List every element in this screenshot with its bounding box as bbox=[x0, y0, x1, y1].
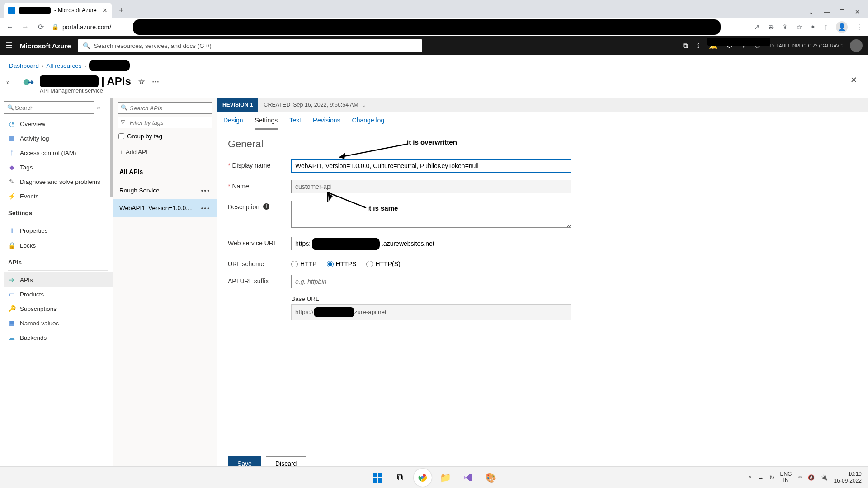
radio-http-s[interactable]: HTTP(S) bbox=[366, 260, 400, 267]
nav-tags[interactable]: ◆Tags bbox=[4, 160, 113, 174]
nav-apis[interactable]: ➔APIs bbox=[4, 272, 113, 287]
windows-taskbar: ⧉ 📁 🎨 ^ ☁ ↻ ENG IN ⌔ 🔇 🔌 10:19 16-09-202… bbox=[0, 466, 868, 488]
azure-search-box[interactable]: 🔍 Search resources, services, and docs (… bbox=[78, 39, 422, 52]
label-api-url-suffix: API URL suffix bbox=[228, 277, 269, 285]
breadcrumb-all-resources[interactable]: All resources bbox=[47, 62, 82, 69]
filter-tags-input[interactable] bbox=[118, 117, 212, 128]
azure-brand[interactable]: Microsoft Azure bbox=[20, 42, 71, 50]
forward-icon[interactable]: → bbox=[21, 23, 30, 31]
send-icon[interactable]: ⇪ bbox=[782, 23, 788, 31]
address-bar[interactable]: 🔒 portal.azure.com/ bbox=[52, 20, 748, 34]
nav-events[interactable]: ⚡Events bbox=[4, 189, 113, 203]
new-tab-button[interactable]: + bbox=[115, 4, 127, 17]
nav-locks[interactable]: 🔒Locks bbox=[4, 238, 113, 253]
directories-icon[interactable]: ⟟ bbox=[697, 42, 700, 50]
bookmark-star-icon[interactable]: ☆ bbox=[796, 23, 802, 31]
display-name-input[interactable] bbox=[291, 159, 571, 173]
azure-favicon bbox=[8, 7, 15, 14]
expand-icon[interactable]: » bbox=[6, 79, 10, 86]
base-url-display: https://zure-api.net bbox=[291, 304, 571, 320]
name-input[interactable] bbox=[291, 180, 571, 193]
window-restore-icon[interactable]: ❐ bbox=[840, 9, 845, 15]
breadcrumb-dashboard[interactable]: Dashboard bbox=[9, 62, 39, 69]
radio-https[interactable]: HTTPS bbox=[327, 260, 357, 267]
collapse-menu-icon[interactable]: « bbox=[97, 104, 100, 111]
browser-tab[interactable]: - Microsoft Azure ✕ bbox=[4, 3, 112, 18]
page-title: | APIs ☆ ⋯ bbox=[40, 75, 159, 88]
revision-badge[interactable]: REVISION 1 bbox=[217, 98, 258, 112]
file-explorer-icon[interactable]: 📁 bbox=[436, 469, 454, 487]
description-textarea[interactable] bbox=[291, 201, 571, 228]
directory-label: DEFAULT DIRECTORY (GAURAVC... bbox=[770, 43, 846, 48]
context-menu-icon[interactable]: ••• bbox=[201, 205, 210, 211]
window-minimize-icon[interactable]: — bbox=[824, 9, 830, 15]
all-apis-heading[interactable]: All APIs bbox=[113, 162, 217, 182]
window-close-icon[interactable]: ✕ bbox=[855, 9, 860, 15]
wifi-icon[interactable]: ⌔ bbox=[798, 474, 802, 481]
clock[interactable]: 10:19 16-09-2022 bbox=[834, 471, 862, 484]
nav-backends[interactable]: ☁Backends bbox=[4, 330, 113, 345]
add-api-button[interactable]: +Add API bbox=[113, 142, 217, 162]
api-url-suffix-input[interactable] bbox=[291, 275, 571, 288]
api-item-label: WebAPI1, Version=1.0.0.... bbox=[119, 205, 193, 211]
nav-properties[interactable]: ⦀Properties bbox=[4, 223, 113, 238]
chevron-down-icon[interactable]: ⌄ bbox=[361, 102, 366, 108]
paint-icon[interactable]: 🎨 bbox=[481, 469, 500, 487]
cloud-shell-icon[interactable]: ⧉ bbox=[683, 42, 688, 50]
share-icon[interactable]: ↗ bbox=[754, 23, 760, 31]
back-icon[interactable]: ← bbox=[5, 23, 14, 31]
chrome-icon[interactable] bbox=[414, 469, 432, 487]
visual-studio-icon[interactable] bbox=[459, 469, 477, 487]
search-icon: 🔍 bbox=[121, 104, 127, 111]
kebab-menu-icon[interactable]: ⋮ bbox=[856, 23, 863, 31]
task-view-icon[interactable]: ⧉ bbox=[391, 469, 409, 487]
battery-icon[interactable]: 🔌 bbox=[821, 474, 828, 481]
svg-marker-3 bbox=[328, 192, 333, 201]
reload-icon[interactable]: ⟳ bbox=[36, 23, 45, 31]
favorite-star-icon[interactable]: ☆ bbox=[138, 77, 145, 86]
info-icon[interactable]: i bbox=[263, 203, 269, 210]
nav-label: Diagnose and solve problems bbox=[20, 178, 100, 185]
tray-expand-icon[interactable]: ^ bbox=[749, 474, 751, 481]
close-blade-icon[interactable]: ✕ bbox=[850, 75, 857, 85]
scrollbar-thumb[interactable] bbox=[110, 98, 113, 197]
account-menu[interactable]: DEFAULT DIRECTORY (GAURAVC... bbox=[770, 39, 863, 52]
nav-products[interactable]: ▭Products bbox=[4, 287, 113, 301]
start-menu-icon[interactable] bbox=[368, 469, 387, 487]
nav-activity-log[interactable]: ▤Activity log bbox=[4, 131, 113, 145]
sidepanel-icon[interactable]: ▯ bbox=[824, 23, 828, 31]
sync-icon[interactable]: ↻ bbox=[769, 474, 774, 481]
profile-avatar-icon[interactable]: 👤 bbox=[836, 21, 848, 33]
language-indicator[interactable]: ENG IN bbox=[780, 471, 792, 483]
volume-icon[interactable]: 🔇 bbox=[808, 474, 815, 481]
zoom-icon[interactable]: ⊕ bbox=[768, 23, 774, 31]
nav-label: Overview bbox=[20, 121, 45, 127]
more-actions-icon[interactable]: ⋯ bbox=[152, 77, 159, 86]
lock-icon: 🔒 bbox=[52, 23, 59, 30]
hamburger-menu-icon[interactable]: ☰ bbox=[5, 41, 13, 51]
context-menu-icon[interactable]: ••• bbox=[201, 187, 210, 194]
extensions-icon[interactable]: ✦ bbox=[810, 23, 816, 31]
api-item-webapi1[interactable]: WebAPI1, Version=1.0.0....••• bbox=[113, 199, 217, 217]
radio-http[interactable]: HTTP bbox=[291, 260, 317, 267]
label-name: Name bbox=[232, 183, 249, 190]
nav-overview[interactable]: ◔Overview bbox=[4, 117, 113, 131]
close-tab-icon[interactable]: ✕ bbox=[102, 7, 108, 14]
tab-test[interactable]: Test bbox=[289, 117, 301, 130]
chevron-down-icon[interactable]: ⌄ bbox=[809, 9, 814, 15]
nav-diagnose[interactable]: ✎Diagnose and solve problems bbox=[4, 174, 113, 189]
onedrive-icon[interactable]: ☁ bbox=[758, 474, 763, 481]
tab-change-log[interactable]: Change log bbox=[352, 117, 385, 130]
tab-design[interactable]: Design bbox=[223, 117, 243, 130]
api-item-rough-service[interactable]: Rough Service••• bbox=[113, 182, 217, 199]
nav-named-values[interactable]: ▦Named values bbox=[4, 316, 113, 330]
group-by-tag-checkbox[interactable]: Group by tag bbox=[113, 130, 217, 142]
tab-revisions[interactable]: Revisions bbox=[313, 117, 340, 130]
nav-access-control[interactable]: ᚩAccess control (IAM) bbox=[4, 145, 113, 160]
search-apis-input[interactable] bbox=[118, 102, 212, 114]
menu-search-input[interactable] bbox=[4, 101, 94, 114]
chevron-right-icon: › bbox=[42, 62, 44, 69]
chevron-right-icon: › bbox=[85, 62, 87, 69]
nav-subscriptions[interactable]: 🔑Subscriptions bbox=[4, 301, 113, 316]
tab-settings[interactable]: Settings bbox=[255, 117, 278, 130]
